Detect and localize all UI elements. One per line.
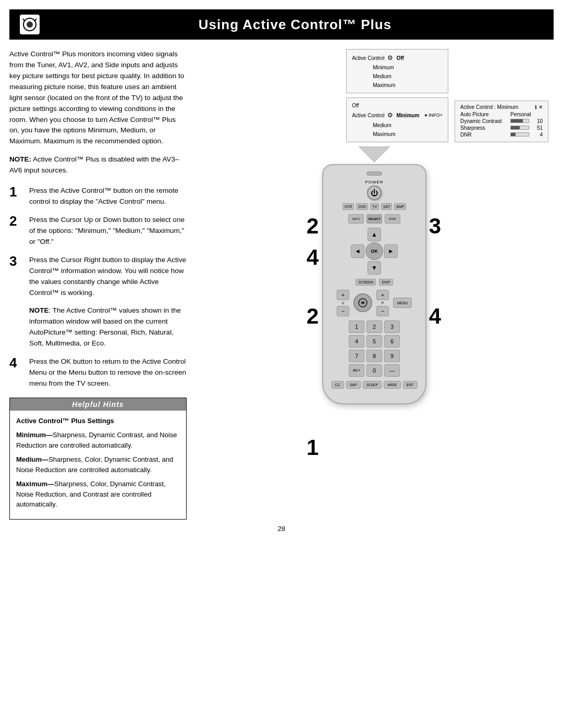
step-4-note-text: NOTE: The Active Control™ values shown i… xyxy=(29,305,187,349)
remote-ch-down-button[interactable]: − xyxy=(376,306,389,316)
note-content: Active Control™ Plus is disabled with th… xyxy=(9,155,179,174)
dpad-middle-row: ◄ OK ► xyxy=(351,242,398,260)
step-1-text: Press the Active Control™ button on the … xyxy=(29,186,187,207)
remote-vcr-button[interactable]: VCR xyxy=(342,203,354,210)
remote-step-label-2-top: 2 xyxy=(307,214,319,239)
remote-vol-up-button[interactable]: + xyxy=(337,290,349,300)
svg-line-3 xyxy=(35,19,36,21)
remote-num-5[interactable]: 5 xyxy=(366,335,382,348)
remote-amp-button[interactable]: AMP xyxy=(394,203,406,210)
remote-cc-button[interactable]: CC xyxy=(332,381,344,389)
remote-num-av[interactable]: AV+ xyxy=(349,364,364,377)
helpful-hints-content: Active Control™ Plus Settings Minimum—Sh… xyxy=(10,411,186,519)
remote-menu-button[interactable]: MENU xyxy=(393,298,412,308)
osd3-sharp-fill xyxy=(511,126,520,129)
remote-sap-button[interactable]: SAP xyxy=(346,381,361,389)
remote-ch-up-button[interactable]: + xyxy=(376,290,389,300)
remote-num-1[interactable]: 1 xyxy=(349,320,364,333)
remote-num-0[interactable]: 0 xyxy=(366,364,382,377)
osd3-sharp-row: Sharpness 51 xyxy=(460,125,543,131)
remote-step-label-3: 3 xyxy=(429,214,441,239)
step-1-number: 1 xyxy=(9,184,26,200)
remote-num-dash[interactable]: — xyxy=(384,364,400,377)
remote-tv-button[interactable]: TV xyxy=(370,203,379,210)
remote-info-button[interactable]: INFO xyxy=(348,214,364,224)
remote-ent-button[interactable]: ENT xyxy=(403,381,418,389)
hint-maximum: Maximum—Sharpness, Color, Dynamic Contra… xyxy=(16,479,180,510)
osd2-header-row: Active Control ⚙ Minimum ● INFO+ xyxy=(352,110,443,120)
remote-num-3[interactable]: 3 xyxy=(384,320,400,333)
remote-screen-button[interactable]: SCREEN xyxy=(356,279,376,286)
helpful-hints-title: Helpful Hints xyxy=(10,398,186,411)
hint-maximum-bold: Maximum— xyxy=(16,480,54,488)
remote-num-9[interactable]: 9 xyxy=(384,350,400,362)
remote-vol-label: V xyxy=(342,301,345,305)
step-2-number: 2 xyxy=(9,214,26,229)
remote-sleep-button[interactable]: SLEEP xyxy=(363,381,382,389)
remote-source-row: VCR DVD TV SAT AMP xyxy=(342,203,407,210)
remote-sat-button[interactable]: SAT xyxy=(381,203,392,210)
remote-num-6[interactable]: 6 xyxy=(384,335,400,348)
step-4-note-bold: NOTE xyxy=(29,306,49,314)
remote-step-label-4-bot: 4 xyxy=(429,304,441,329)
remote-wide-button[interactable]: WIDE xyxy=(384,381,400,389)
remote-num-4[interactable]: 4 xyxy=(349,335,364,348)
helpful-hints-subtitle: Active Control™ Plus Settings xyxy=(16,416,180,426)
remote-ir-sensor xyxy=(366,171,382,176)
right-layout: Active Control ⚙ Off Minimum Medium Maxi… xyxy=(195,49,554,404)
dpad-bottom-row: ▼ xyxy=(368,261,381,275)
remote-ok-button[interactable]: OK xyxy=(365,242,383,260)
arrow-indicator xyxy=(359,146,390,162)
remote-ch-label: P xyxy=(382,301,384,305)
remote-num-8[interactable]: 8 xyxy=(366,350,382,362)
osd3-sharp-bar xyxy=(510,126,529,130)
note-paragraph: NOTE: Active Control™ Plus is disabled w… xyxy=(9,154,187,176)
remote-volch-row: + V − + P − xyxy=(337,290,412,316)
osd2-off-label: Off xyxy=(352,101,359,110)
remote-disp-button[interactable]: DISP xyxy=(385,214,400,224)
remote-screen-row: SCREEN DISP xyxy=(356,279,393,286)
remote-container: 2 3 4 2 4 1 POWER ⏻ VCR DVD TV xyxy=(322,164,426,404)
remote-down-button[interactable]: ▼ xyxy=(368,261,381,275)
dpad-top-row: ▲ xyxy=(368,228,381,241)
osd1-opt-maximum: Maximum xyxy=(373,81,443,90)
osd3-dc-fill xyxy=(511,119,523,122)
remote-active-control-button[interactable] xyxy=(353,293,372,312)
page-title: Using Active Control™ Plus xyxy=(47,17,543,33)
remote-body: POWER ⏻ VCR DVD TV SAT AMP INFO SELECT D… xyxy=(322,164,426,404)
svg-line-2 xyxy=(23,19,25,21)
osd3-icons: ℹ ✕ xyxy=(535,104,543,110)
remote-select-button[interactable]: SELECT xyxy=(366,214,382,224)
right-column: Active Control ⚙ Off Minimum Medium Maxi… xyxy=(195,49,554,520)
remote-disp2-button[interactable]: DISP xyxy=(379,279,393,286)
page-number: 28 xyxy=(0,520,563,537)
osd3-dc-bar xyxy=(510,119,529,123)
osd3-sharp-label: Sharpness xyxy=(460,125,507,131)
remote-step-label-1: 1 xyxy=(307,435,319,460)
osd-box-2: Off Active Control ⚙ Minimum ● INFO+ Med… xyxy=(346,97,448,142)
remote-step-label-4-top: 4 xyxy=(307,245,319,270)
osd1-icon: ⚙ xyxy=(387,53,393,63)
hint-minimum-bold: Minimum— xyxy=(16,431,53,439)
step-3: 3 Press the Cursor Right button to displ… xyxy=(9,255,187,299)
remote-up-button[interactable]: ▲ xyxy=(368,228,381,241)
osd2-icon: ⚙ xyxy=(387,110,393,120)
remote-num-2[interactable]: 2 xyxy=(366,320,382,333)
hint-minimum: Minimum—Sharpness, Dynamic Contrast, and… xyxy=(16,430,180,450)
remote-power-label: POWER xyxy=(365,180,383,184)
hint-medium-bold: Medium— xyxy=(16,455,48,463)
hint-medium: Medium—Sharpness, Color, Dynamic Contras… xyxy=(16,454,180,475)
overlays-row: Active Control ⚙ Off Minimum Medium Maxi… xyxy=(195,49,554,142)
osd2-selected: Minimum xyxy=(396,111,419,120)
remote-num-7[interactable]: 7 xyxy=(349,350,364,362)
remote-vol-down-button[interactable]: − xyxy=(337,306,349,316)
osd3-dc-row: Dynamic Contrast 10 xyxy=(460,118,543,124)
step-3-text: Press the Cursor Right button to display… xyxy=(29,255,187,299)
remote-power-area: POWER ⏻ xyxy=(365,180,383,200)
remote-left-button[interactable]: ◄ xyxy=(351,244,364,258)
step-3-number: 3 xyxy=(9,254,26,269)
remote-dvd-button[interactable]: DVD xyxy=(356,203,368,210)
remote-power-button[interactable]: ⏻ xyxy=(367,186,382,200)
remote-right-button[interactable]: ► xyxy=(384,244,398,258)
osd2-opt-maximum: Maximum xyxy=(373,130,443,139)
